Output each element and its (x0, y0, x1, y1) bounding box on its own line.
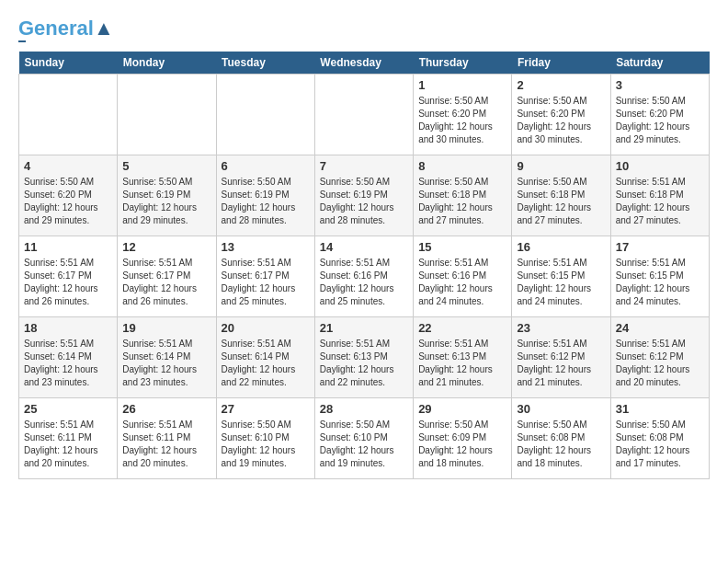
day-number: 24 (616, 321, 704, 335)
day-info: Sunrise: 5:51 AMSunset: 6:11 PMDaylight:… (122, 419, 210, 470)
weekday-header-saturday: Saturday (610, 52, 709, 75)
day-info: Sunrise: 5:50 AMSunset: 6:20 PMDaylight:… (24, 176, 112, 227)
calendar-cell-1-4 (314, 75, 413, 155)
calendar-cell-2-4: 7Sunrise: 5:50 AMSunset: 6:19 PMDaylight… (314, 155, 413, 236)
weekday-header-thursday: Thursday (414, 52, 512, 75)
day-number: 11 (24, 240, 112, 254)
day-number: 28 (320, 402, 408, 416)
day-number: 15 (418, 240, 506, 254)
week-row-1: 1Sunrise: 5:50 AMSunset: 6:20 PMDaylight… (19, 75, 710, 155)
day-number: 2 (517, 78, 605, 92)
calendar-cell-5-3: 27Sunrise: 5:50 AMSunset: 6:10 PMDayligh… (216, 398, 314, 479)
calendar-cell-4-4: 21Sunrise: 5:51 AMSunset: 6:13 PMDayligh… (314, 317, 413, 398)
calendar-cell-5-4: 28Sunrise: 5:50 AMSunset: 6:10 PMDayligh… (314, 398, 413, 479)
day-info: Sunrise: 5:50 AMSunset: 6:08 PMDaylight:… (517, 419, 605, 470)
calendar-cell-4-6: 23Sunrise: 5:51 AMSunset: 6:12 PMDayligh… (512, 317, 610, 398)
calendar-cell-2-3: 6Sunrise: 5:50 AMSunset: 6:19 PMDaylight… (216, 155, 314, 236)
calendar-cell-3-1: 11Sunrise: 5:51 AMSunset: 6:17 PMDayligh… (19, 236, 118, 317)
day-info: Sunrise: 5:51 AMSunset: 6:14 PMDaylight:… (24, 338, 112, 389)
day-info: Sunrise: 5:50 AMSunset: 6:19 PMDaylight:… (320, 176, 408, 227)
day-number: 25 (24, 402, 112, 416)
day-number: 13 (222, 240, 310, 254)
day-info: Sunrise: 5:51 AMSunset: 6:11 PMDaylight:… (24, 419, 112, 470)
day-number: 17 (616, 240, 704, 254)
calendar-cell-3-3: 13Sunrise: 5:51 AMSunset: 6:17 PMDayligh… (216, 236, 314, 317)
page-header: General▲ (18, 18, 710, 42)
calendar-cell-1-5: 1Sunrise: 5:50 AMSunset: 6:20 PMDaylight… (414, 75, 512, 155)
day-number: 5 (122, 159, 210, 173)
calendar-cell-5-6: 30Sunrise: 5:50 AMSunset: 6:08 PMDayligh… (512, 398, 610, 479)
calendar-cell-3-7: 17Sunrise: 5:51 AMSunset: 6:15 PMDayligh… (610, 236, 709, 317)
day-info: Sunrise: 5:50 AMSunset: 6:18 PMDaylight:… (517, 176, 605, 227)
day-info: Sunrise: 5:51 AMSunset: 6:14 PMDaylight:… (222, 338, 310, 389)
calendar-cell-4-3: 20Sunrise: 5:51 AMSunset: 6:14 PMDayligh… (216, 317, 314, 398)
weekday-header-wednesday: Wednesday (314, 52, 413, 75)
logo: General▲ (18, 18, 114, 42)
day-info: Sunrise: 5:51 AMSunset: 6:16 PMDaylight:… (320, 257, 408, 308)
day-info: Sunrise: 5:51 AMSunset: 6:18 PMDaylight:… (616, 176, 704, 227)
calendar-cell-5-2: 26Sunrise: 5:51 AMSunset: 6:11 PMDayligh… (118, 398, 216, 479)
day-info: Sunrise: 5:50 AMSunset: 6:09 PMDaylight:… (418, 419, 506, 470)
day-info: Sunrise: 5:50 AMSunset: 6:10 PMDaylight:… (222, 419, 310, 470)
calendar-cell-2-7: 10Sunrise: 5:51 AMSunset: 6:18 PMDayligh… (610, 155, 709, 236)
day-number: 21 (320, 321, 408, 335)
day-number: 4 (24, 159, 112, 173)
day-number: 31 (616, 402, 704, 416)
day-number: 8 (418, 159, 506, 173)
day-info: Sunrise: 5:50 AMSunset: 6:18 PMDaylight:… (418, 176, 506, 227)
day-number: 29 (418, 402, 506, 416)
weekday-header-friday: Friday (512, 52, 610, 75)
day-number: 10 (616, 159, 704, 173)
day-info: Sunrise: 5:50 AMSunset: 6:19 PMDaylight:… (222, 176, 310, 227)
day-info: Sunrise: 5:51 AMSunset: 6:13 PMDaylight:… (418, 338, 506, 389)
calendar-cell-1-6: 2Sunrise: 5:50 AMSunset: 6:20 PMDaylight… (512, 75, 610, 155)
logo-blue-label (18, 40, 26, 42)
week-row-4: 18Sunrise: 5:51 AMSunset: 6:14 PMDayligh… (19, 317, 710, 398)
day-number: 18 (24, 321, 112, 335)
week-row-3: 11Sunrise: 5:51 AMSunset: 6:17 PMDayligh… (19, 236, 710, 317)
day-number: 7 (320, 159, 408, 173)
day-info: Sunrise: 5:50 AMSunset: 6:08 PMDaylight:… (616, 419, 704, 470)
calendar-cell-3-2: 12Sunrise: 5:51 AMSunset: 6:17 PMDayligh… (118, 236, 216, 317)
day-number: 22 (418, 321, 506, 335)
calendar-cell-3-4: 14Sunrise: 5:51 AMSunset: 6:16 PMDayligh… (314, 236, 413, 317)
day-info: Sunrise: 5:50 AMSunset: 6:19 PMDaylight:… (122, 176, 210, 227)
calendar-cell-4-5: 22Sunrise: 5:51 AMSunset: 6:13 PMDayligh… (414, 317, 512, 398)
calendar-cell-2-1: 4Sunrise: 5:50 AMSunset: 6:20 PMDaylight… (19, 155, 118, 236)
day-number: 19 (122, 321, 210, 335)
calendar-cell-5-5: 29Sunrise: 5:50 AMSunset: 6:09 PMDayligh… (414, 398, 512, 479)
day-info: Sunrise: 5:51 AMSunset: 6:16 PMDaylight:… (418, 257, 506, 308)
calendar-table: SundayMondayTuesdayWednesdayThursdayFrid… (18, 52, 710, 479)
calendar-cell-2-2: 5Sunrise: 5:50 AMSunset: 6:19 PMDaylight… (118, 155, 216, 236)
calendar-cell-1-1 (19, 75, 118, 155)
calendar-cell-2-6: 9Sunrise: 5:50 AMSunset: 6:18 PMDaylight… (512, 155, 610, 236)
day-info: Sunrise: 5:51 AMSunset: 6:14 PMDaylight:… (122, 338, 210, 389)
calendar-cell-4-2: 19Sunrise: 5:51 AMSunset: 6:14 PMDayligh… (118, 317, 216, 398)
calendar-cell-3-6: 16Sunrise: 5:51 AMSunset: 6:15 PMDayligh… (512, 236, 610, 317)
week-row-5: 25Sunrise: 5:51 AMSunset: 6:11 PMDayligh… (19, 398, 710, 479)
day-number: 16 (517, 240, 605, 254)
week-row-2: 4Sunrise: 5:50 AMSunset: 6:20 PMDaylight… (19, 155, 710, 236)
day-number: 23 (517, 321, 605, 335)
calendar-cell-5-1: 25Sunrise: 5:51 AMSunset: 6:11 PMDayligh… (19, 398, 118, 479)
day-info: Sunrise: 5:51 AMSunset: 6:15 PMDaylight:… (517, 257, 605, 308)
day-info: Sunrise: 5:51 AMSunset: 6:15 PMDaylight:… (616, 257, 704, 308)
calendar-cell-1-2 (118, 75, 216, 155)
day-number: 30 (517, 402, 605, 416)
day-info: Sunrise: 5:51 AMSunset: 6:17 PMDaylight:… (122, 257, 210, 308)
calendar-cell-2-5: 8Sunrise: 5:50 AMSunset: 6:18 PMDaylight… (414, 155, 512, 236)
day-number: 27 (222, 402, 310, 416)
day-number: 12 (122, 240, 210, 254)
calendar-cell-1-3 (216, 75, 314, 155)
calendar-cell-3-5: 15Sunrise: 5:51 AMSunset: 6:16 PMDayligh… (414, 236, 512, 317)
day-info: Sunrise: 5:51 AMSunset: 6:12 PMDaylight:… (616, 338, 704, 389)
day-number: 1 (418, 78, 506, 92)
logo-text: General▲ (18, 18, 114, 39)
weekday-header-sunday: Sunday (19, 52, 118, 75)
day-number: 6 (222, 159, 310, 173)
calendar-cell-1-7: 3Sunrise: 5:50 AMSunset: 6:20 PMDaylight… (610, 75, 709, 155)
weekday-header-tuesday: Tuesday (216, 52, 314, 75)
day-info: Sunrise: 5:50 AMSunset: 6:20 PMDaylight:… (616, 95, 704, 146)
weekday-header-row: SundayMondayTuesdayWednesdayThursdayFrid… (19, 52, 710, 75)
calendar-cell-4-1: 18Sunrise: 5:51 AMSunset: 6:14 PMDayligh… (19, 317, 118, 398)
